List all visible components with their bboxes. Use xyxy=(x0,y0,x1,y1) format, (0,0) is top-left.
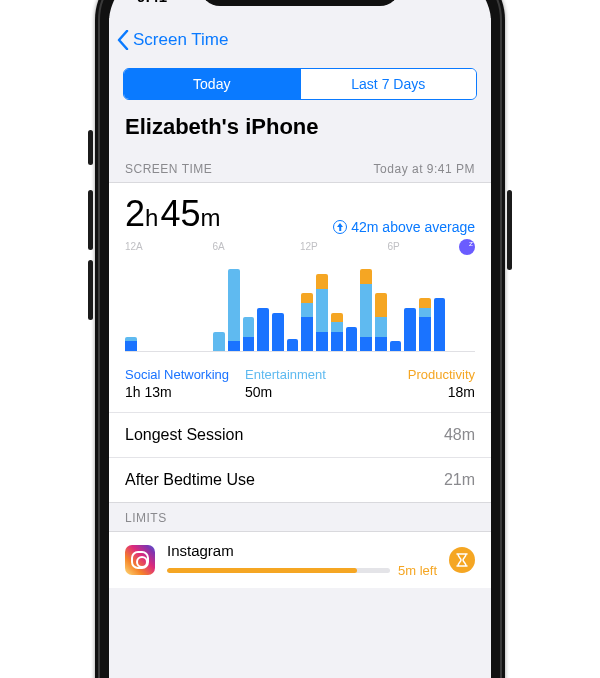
chart-bar-hour-20 xyxy=(419,298,431,351)
phone-frame: 9:41 Screen Time Today Last 7 Days xyxy=(95,0,505,678)
category-breakdown: Social Networking 1h 13m Entertainment 5… xyxy=(109,357,491,413)
hourly-usage-chart[interactable]: 12A6A 12P6P xyxy=(125,241,475,351)
limits-section-header: LIMITS xyxy=(109,503,491,531)
device-title: Elizabeth's iPhone xyxy=(109,110,491,154)
chart-bar-hour-21 xyxy=(434,298,446,351)
chart-x-axis: 12A6A 12P6P xyxy=(125,241,475,252)
chart-bar-hour-13 xyxy=(316,274,328,351)
back-button[interactable]: Screen Time xyxy=(117,30,228,50)
category-social[interactable]: Social Networking 1h 13m xyxy=(125,367,235,400)
chart-bar-hour-19 xyxy=(404,308,416,351)
back-label: Screen Time xyxy=(133,30,228,50)
chart-bar-hour-0 xyxy=(125,337,137,351)
screen-time-section-header: SCREEN TIME Today at 9:41 PM xyxy=(109,154,491,182)
category-productivity[interactable]: Productivity 18m xyxy=(365,367,475,400)
chart-bar-hour-18 xyxy=(390,341,402,351)
statusbar-time: 9:41 xyxy=(137,0,167,5)
stat-longest-session[interactable]: Longest Session 48m xyxy=(109,413,491,457)
hourglass-icon xyxy=(449,547,475,573)
tab-last-7-days[interactable]: Last 7 Days xyxy=(300,69,477,99)
chart-bar-hour-9 xyxy=(257,308,269,351)
category-entertainment[interactable]: Entertainment 50m xyxy=(245,367,355,400)
usage-delta-text: 42m above average xyxy=(351,219,475,235)
limit-remaining-text: 5m left xyxy=(398,563,437,578)
total-usage: 2h45m xyxy=(125,193,220,235)
limit-row-instagram[interactable]: Instagram 5m left xyxy=(109,531,491,588)
limit-app-name: Instagram xyxy=(167,542,437,559)
chart-bar-hour-14 xyxy=(331,313,343,351)
notch xyxy=(200,0,400,6)
chart-bar-hour-12 xyxy=(301,293,313,351)
tab-today[interactable]: Today xyxy=(124,69,300,99)
instagram-app-icon xyxy=(125,545,155,575)
chart-bar-hour-15 xyxy=(346,327,358,351)
chart-bar-hour-16 xyxy=(360,269,372,351)
stat-after-bedtime[interactable]: After Bedtime Use 21m xyxy=(109,457,491,502)
screen-time-card: 2h45m 42m above average 12A6A 12P6P xyxy=(109,182,491,503)
section-header-timestamp: Today at 9:41 PM xyxy=(374,162,475,176)
arrow-up-circle-icon xyxy=(333,220,347,234)
chart-bar-hour-6 xyxy=(213,332,225,351)
chart-bar-hour-11 xyxy=(287,339,299,351)
chart-bar-hour-7 xyxy=(228,269,240,351)
usage-delta-above-average: 42m above average xyxy=(333,219,475,235)
time-range-segmented: Today Last 7 Days xyxy=(123,68,477,100)
chart-bar-hour-17 xyxy=(375,293,387,351)
chart-bar-hour-10 xyxy=(272,313,284,351)
chart-bar-hour-8 xyxy=(243,317,255,351)
section-header-label: SCREEN TIME xyxy=(125,162,212,176)
screen: 9:41 Screen Time Today Last 7 Days xyxy=(109,0,491,678)
nav-bar: Screen Time xyxy=(109,18,491,62)
limit-progress-bar xyxy=(167,568,390,573)
bedtime-moon-icon xyxy=(459,239,475,255)
chevron-left-icon xyxy=(117,30,129,50)
